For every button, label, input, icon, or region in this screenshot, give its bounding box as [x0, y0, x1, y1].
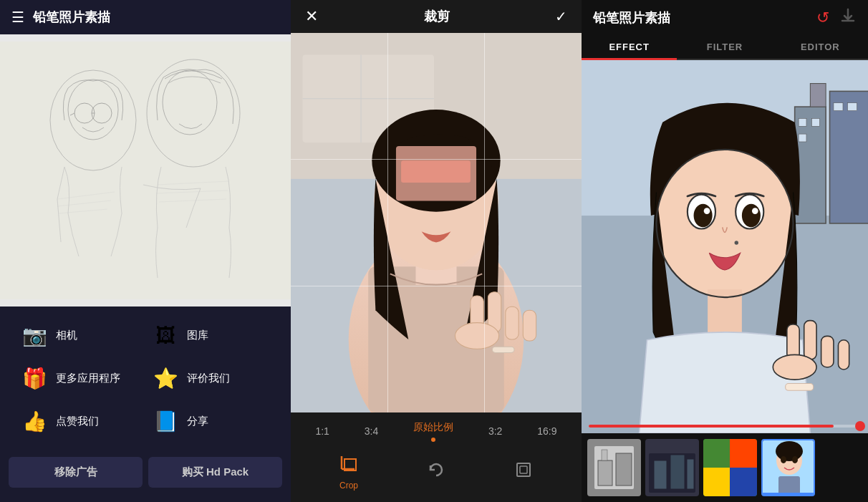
svg-point-55 [752, 208, 758, 214]
menu-item-share[interactable]: 📘 分享 [145, 400, 276, 443]
more-apps-label: 更多应用程序 [56, 372, 120, 385]
tab-filter[interactable]: FILTER [677, 36, 772, 59]
svg-rect-79 [730, 468, 757, 496]
bottom-buttons: 移除广告 购买 Hd Pack [0, 450, 291, 495]
more-apps-icon: 🎁 [20, 364, 49, 392]
svg-point-53 [742, 204, 761, 228]
svg-rect-0 [0, 42, 291, 299]
intensity-thumb[interactable] [855, 421, 865, 431]
effect-city-dark[interactable] [645, 439, 699, 496]
svg-rect-76 [703, 439, 730, 468]
right-header-icons: ↺ [816, 7, 857, 29]
confirm-icon[interactable]: ✓ [555, 8, 567, 25]
right-panel: 铅笔照片素描 ↺ EFFECT FILTER EDITOR [582, 0, 868, 502]
ratio-1-1[interactable]: 1:1 [311, 424, 333, 438]
share-label: 分享 [187, 415, 208, 428]
crop-tool-expand[interactable] [513, 460, 534, 484]
ratio-3-4[interactable]: 3:4 [360, 424, 382, 438]
download-icon[interactable] [839, 7, 857, 29]
ratio-3-2[interactable]: 3:2 [484, 424, 506, 438]
svg-point-33 [455, 323, 499, 349]
close-icon[interactable]: ✕ [305, 7, 318, 26]
svg-point-52 [694, 204, 713, 228]
sketch-preview [0, 34, 291, 306]
crop-tool-crop[interactable]: Crop [339, 453, 359, 491]
svg-rect-45 [812, 118, 820, 126]
expand-icon [513, 460, 534, 484]
svg-rect-64 [786, 384, 814, 391]
ratio-original-container: 原始比例 [409, 420, 458, 442]
svg-rect-73 [670, 455, 685, 489]
effect-active-indicator [763, 493, 814, 495]
svg-rect-60 [804, 321, 816, 359]
photo-simulation [291, 33, 582, 412]
effect-photo [582, 60, 868, 433]
ratio-original[interactable]: 原始比例 [409, 420, 458, 435]
intensity-bar [582, 419, 868, 433]
like-label: 点赞我们 [56, 415, 99, 428]
crop-tools: Crop [291, 446, 582, 502]
svg-rect-59 [787, 324, 799, 359]
crop-tool-crop-icon [339, 453, 359, 478]
effect-bw-sketch[interactable] [587, 439, 641, 496]
svg-rect-77 [730, 439, 757, 468]
svg-rect-28 [492, 347, 514, 352]
svg-rect-74 [687, 459, 694, 489]
intensity-slider[interactable] [589, 425, 861, 428]
svg-point-84 [792, 456, 798, 463]
tab-effect[interactable]: EFFECT [582, 36, 677, 60]
svg-point-82 [776, 441, 803, 461]
svg-rect-38 [520, 466, 527, 473]
svg-rect-48 [847, 103, 857, 111]
right-image-area [582, 60, 868, 433]
crop-photo [291, 33, 582, 412]
svg-rect-62 [838, 340, 849, 370]
crop-image-area[interactable] [291, 33, 582, 412]
left-panel: ☰ 铅笔照片素描 [0, 0, 291, 502]
svg-rect-46 [799, 134, 806, 142]
menu-item-camera[interactable]: 📷 相机 [14, 314, 145, 357]
right-header: 铅笔照片素描 ↺ [582, 0, 868, 36]
effect-color-pop[interactable] [703, 439, 757, 496]
svg-rect-78 [703, 468, 730, 496]
crop-tool-rotate[interactable] [426, 460, 446, 484]
effects-strip [582, 433, 868, 502]
menu-item-more-apps[interactable]: 🎁 更多应用程序 [14, 357, 145, 400]
hamburger-icon[interactable]: ☰ [11, 9, 24, 26]
tab-editor[interactable]: EDITOR [773, 36, 868, 59]
remove-ad-button[interactable]: 移除广告 [9, 457, 143, 488]
svg-rect-69 [602, 450, 607, 460]
middle-title: 裁剪 [424, 8, 450, 25]
svg-rect-37 [517, 463, 530, 476]
gallery-label: 图库 [187, 329, 208, 342]
svg-rect-47 [834, 103, 843, 111]
middle-header: ✕ 裁剪 ✓ [291, 0, 582, 33]
menu-item-rate[interactable]: ⭐ 评价我们 [145, 357, 276, 400]
menu-grid: 📷 相机 🖼 图库 🎁 更多应用程序 ⭐ 评价我们 👍 点赞我们 📘 分享 [0, 306, 291, 450]
right-tabs: EFFECT FILTER EDITOR [582, 36, 868, 60]
menu-item-gallery[interactable]: 🖼 图库 [145, 314, 276, 357]
svg-rect-68 [616, 453, 632, 486]
share-icon: 📘 [151, 407, 180, 435]
rate-label: 评价我们 [187, 372, 230, 385]
undo-icon[interactable]: ↺ [816, 9, 829, 27]
svg-rect-67 [598, 460, 612, 486]
svg-rect-61 [821, 336, 834, 367]
rotate-icon [426, 460, 446, 484]
svg-rect-32 [523, 310, 536, 341]
hd-pack-button[interactable]: 购买 Hd Pack [148, 457, 282, 488]
effect-anime-blue[interactable] [761, 439, 815, 496]
sketch-drawing [0, 34, 291, 306]
intensity-fill [589, 425, 834, 428]
ratio-active-dot [431, 438, 435, 442]
ratio-16-9[interactable]: 16:9 [533, 424, 561, 438]
menu-item-like[interactable]: 👍 点赞我们 [14, 400, 145, 443]
left-header: ☰ 铅笔照片素描 [0, 0, 291, 34]
svg-rect-31 [506, 306, 519, 339]
middle-panel: ✕ 裁剪 ✓ [291, 0, 582, 502]
camera-icon: 📷 [20, 321, 49, 349]
gallery-icon: 🖼 [151, 321, 180, 349]
rate-icon: ⭐ [151, 364, 180, 392]
crop-tool-crop-label: Crop [339, 481, 358, 491]
sketch-background [0, 34, 291, 306]
